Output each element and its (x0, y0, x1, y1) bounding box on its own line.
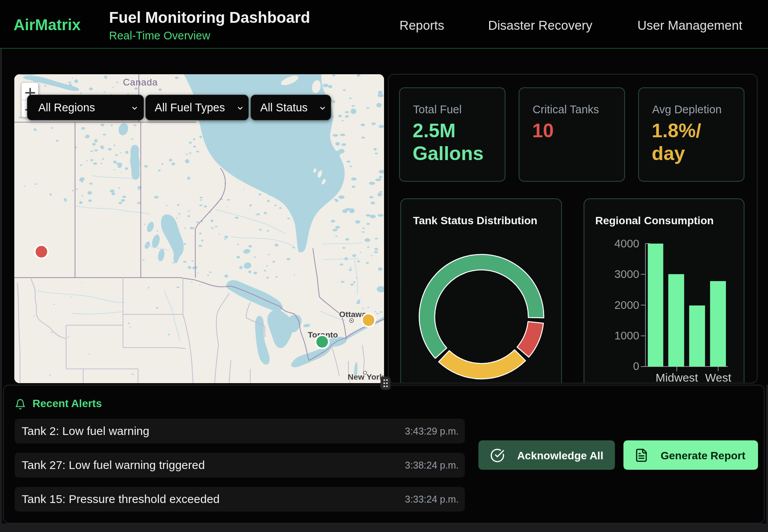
svg-text:2000: 2000 (614, 299, 640, 311)
svg-text:4000: 4000 (614, 237, 640, 250)
svg-text:West: West (705, 371, 731, 384)
svg-text:0: 0 (633, 360, 639, 372)
svg-text:Midwest: Midwest (655, 371, 698, 384)
svg-text:3000: 3000 (614, 268, 640, 280)
svg-text:1000: 1000 (614, 329, 640, 342)
svg-text:Canada: Canada (123, 77, 158, 87)
